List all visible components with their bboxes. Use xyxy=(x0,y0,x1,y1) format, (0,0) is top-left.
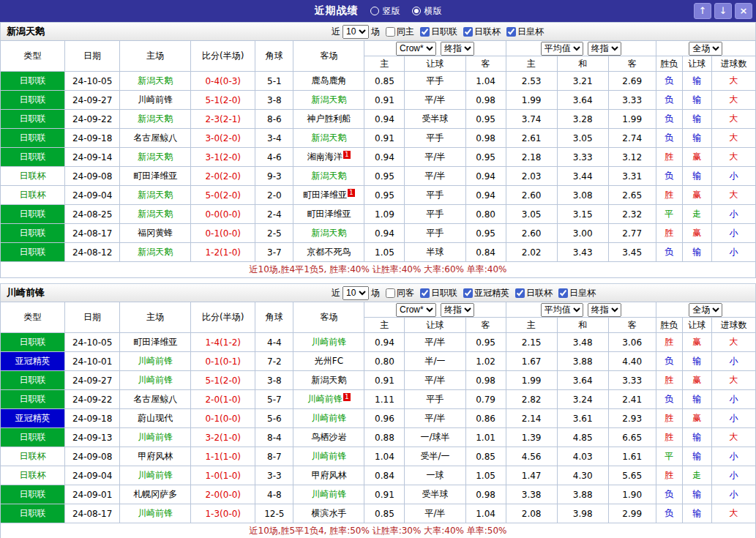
competition-badge: 日联杯 xyxy=(1,167,65,186)
result-goals: 小 xyxy=(711,485,755,504)
competition-checkbox-日职联[interactable]: 日职联 xyxy=(420,287,457,299)
competition-checkbox-日联杯[interactable]: 日联杯 xyxy=(515,287,553,299)
odds-away: 1.05 xyxy=(465,466,506,485)
result-handicap: 输 xyxy=(682,447,711,466)
avg-source-select[interactable]: 平均值 xyxy=(541,303,583,317)
same-side-checkbox[interactable]: 同客 xyxy=(386,287,414,299)
avg-home: 2.53 xyxy=(506,72,557,91)
titlebar-buttons: ↑ ↓ × xyxy=(694,3,752,19)
competition-checkbox-日职联-box[interactable] xyxy=(420,27,430,37)
competition-checkbox-日联杯[interactable]: 日联杯 xyxy=(463,26,501,38)
home-team: 札幌冈萨多 xyxy=(120,485,191,504)
column-header: 角球 xyxy=(255,41,293,72)
sub-column-header: 客 xyxy=(608,56,656,72)
odds-home: 0.85 xyxy=(364,72,405,91)
match-count-select[interactable]: 10 xyxy=(343,25,369,39)
away-team: 鹿岛鹿角 xyxy=(293,72,364,91)
same-side-checkbox-box[interactable] xyxy=(386,288,395,298)
odds-home: 0.88 xyxy=(364,428,405,447)
move-down-button[interactable]: ↓ xyxy=(714,3,732,19)
odds-handicap: 受半/一 xyxy=(405,447,465,466)
fulltime-header-cell: 全场 xyxy=(656,41,755,56)
avg-home: 1.39 xyxy=(506,428,557,447)
odds-time-select[interactable]: 终指 xyxy=(441,42,474,56)
sub-column-header: 进球数 xyxy=(711,56,755,72)
same-side-checkbox-box[interactable] xyxy=(386,27,395,37)
odds-handicap: 平/半 xyxy=(405,371,465,390)
match-count-select[interactable]: 10 xyxy=(343,286,369,300)
corner-score: 5-6 xyxy=(255,409,293,428)
competition-checkbox-日联杯-box[interactable] xyxy=(463,27,473,37)
avg-away: 3.33 xyxy=(608,91,656,110)
home-team: 名古屋鲸八 xyxy=(120,129,191,148)
corner-score: 8-4 xyxy=(255,428,293,447)
match-row: 日职联24-09-27川崎前锋5-1(2-0)3-8新潟天鹅0.91平/半0.9… xyxy=(1,91,756,110)
scope-select[interactable]: 全场 xyxy=(689,42,722,56)
competition-checkbox-日联杯-box[interactable] xyxy=(515,288,525,298)
section-header: 新潟天鹅近10场同主日职联日联杯日皇杯 xyxy=(0,22,756,40)
view-option-horizontal[interactable]: 横版 xyxy=(412,5,442,18)
odds-away: 1.04 xyxy=(465,72,506,91)
match-date: 24-09-13 xyxy=(65,428,120,447)
summary-row: 近10场,胜4平1负5, 胜率:40% 让胜率:40% 大率:60% 单率:40… xyxy=(1,262,756,278)
odds-away: 1.01 xyxy=(465,428,506,447)
fulltime-header-cell: 全场 xyxy=(656,302,755,318)
match-date: 24-09-08 xyxy=(65,167,120,186)
scope-select[interactable]: 全场 xyxy=(689,303,722,317)
competition-checkbox-日职联-label: 日职联 xyxy=(431,26,457,38)
away-team: 湘南海洋1 xyxy=(293,148,364,167)
avg-time-select[interactable]: 终指 xyxy=(588,303,621,317)
sub-column-header: 让球 xyxy=(682,318,711,333)
avg-draw: 3.08 xyxy=(557,186,608,205)
result-outcome: 负 xyxy=(656,110,682,129)
corner-score: 8-7 xyxy=(255,447,293,466)
avg-away: 2.69 xyxy=(608,72,656,91)
corner-score: 2-0 xyxy=(255,186,293,205)
view-option-vertical[interactable]: 竖版 xyxy=(370,5,400,18)
match-row: 日职联24-09-13川崎前锋3-2(1-0)8-4鸟栖沙岩0.88一/球半1.… xyxy=(1,428,756,447)
away-team: 新潟天鹅 xyxy=(293,167,364,186)
match-score: 3-2(1-0) xyxy=(191,428,255,447)
result-goals: 大 xyxy=(711,110,755,129)
competition-checkbox-亚冠精英[interactable]: 亚冠精英 xyxy=(463,287,509,299)
competition-checkbox-日皇杯-box[interactable] xyxy=(558,288,568,298)
competition-checkbox-日皇杯-box[interactable] xyxy=(506,27,516,37)
match-row: 日职联24-09-01札幌冈萨多2-0(0-0)4-8川崎前锋0.91受半球0.… xyxy=(1,485,756,504)
result-goals: 大 xyxy=(711,504,755,523)
avg-away: 2.93 xyxy=(608,409,656,428)
result-outcome: 负 xyxy=(656,167,682,186)
odds-away: 0.79 xyxy=(465,390,506,409)
odds-handicap: 平手 xyxy=(405,186,465,205)
match-row: 日职联24-09-22新潟天鹅2-3(2-1)8-6神户胜利船0.94受半球0.… xyxy=(1,110,756,129)
move-up-button[interactable]: ↑ xyxy=(694,3,711,19)
corner-score: 3-8 xyxy=(255,91,293,110)
result-goals: 小 xyxy=(711,466,755,485)
avg-time-select[interactable]: 终指 xyxy=(588,42,621,56)
sub-column-header: 主 xyxy=(506,56,557,72)
match-row: 日职联24-08-17川崎前锋1-3(0-0)12-5横滨水手0.85平/半1.… xyxy=(1,504,756,523)
close-button[interactable]: × xyxy=(735,3,752,19)
corner-score: 3-8 xyxy=(255,371,293,390)
odds-time-select[interactable]: 终指 xyxy=(441,303,474,317)
sub-column-header: 进球数 xyxy=(711,318,755,333)
odds-home: 0.94 xyxy=(364,224,405,243)
competition-checkbox-日皇杯[interactable]: 日皇杯 xyxy=(558,287,596,299)
competition-checkbox-亚冠精英-box[interactable] xyxy=(463,288,473,298)
avg-away: 2.74 xyxy=(608,129,656,148)
odds-away: 0.84 xyxy=(465,243,506,262)
avg-source-select[interactable]: 平均值 xyxy=(541,42,583,56)
odds-home: 0.94 xyxy=(364,148,405,167)
result-outcome: 负 xyxy=(656,390,682,409)
odds-source-select[interactable]: Crow* xyxy=(396,303,436,317)
odds-home: 0.85 xyxy=(364,504,405,523)
odds-source-select[interactable]: Crow* xyxy=(396,42,436,56)
competition-badge: 日联杯 xyxy=(1,447,65,466)
home-team: 新潟天鹅 xyxy=(120,186,191,205)
same-side-checkbox[interactable]: 同主 xyxy=(386,26,414,38)
home-team: 福冈黄蜂 xyxy=(120,224,191,243)
competition-checkbox-日皇杯[interactable]: 日皇杯 xyxy=(506,26,544,38)
competition-checkbox-日联杯-label: 日联杯 xyxy=(474,26,501,38)
competition-checkbox-日职联[interactable]: 日职联 xyxy=(420,26,457,38)
result-goals: 小 xyxy=(711,390,755,409)
competition-checkbox-日职联-box[interactable] xyxy=(420,288,430,298)
